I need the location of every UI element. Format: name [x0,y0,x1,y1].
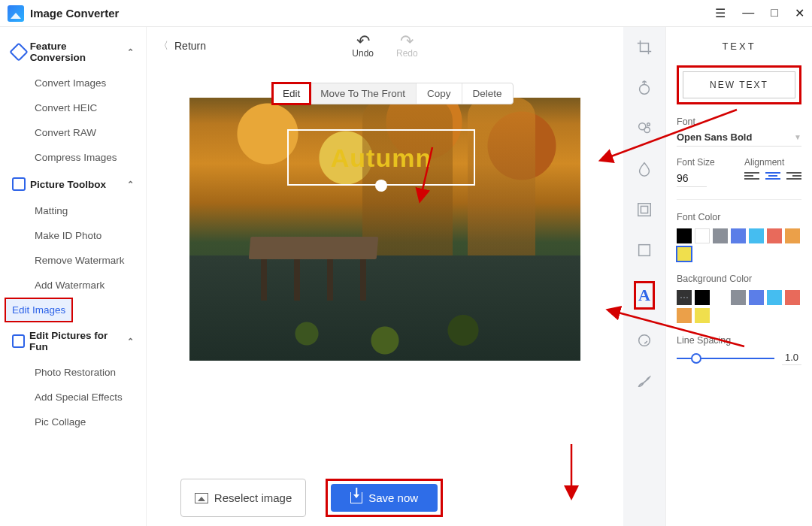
chevron-down-icon: ▼ [794,133,801,141]
app-title: Image Converter [30,7,119,20]
border-tool[interactable] [635,200,654,219]
overlay-text[interactable]: Autumn [331,143,432,172]
cube-icon [9,42,28,61]
font-select[interactable]: Open Sans Bold▼ [677,132,801,147]
new-text-button[interactable]: NEW TEXT [683,71,795,98]
font-color-swatch[interactable] [695,228,710,243]
font-color-swatches [677,228,801,261]
bg-color-swatches: ⋯ [677,290,801,323]
download-icon [350,492,362,503]
chevron-up-icon: ⌃ [127,337,134,346]
sidebar-group-picture-toolbox[interactable]: Picture Toolbox⌃ [0,170,146,198]
font-size-value[interactable]: 96 [677,172,707,187]
sidebar-item-add-special-effects[interactable]: Add Special Effects [0,385,146,410]
sidebar-item-make-id-photo[interactable]: Make ID Photo [0,223,146,248]
undo-button[interactable]: ↶Undo [352,35,374,59]
redo-icon: ↷ [400,35,414,48]
bg-color-swatch[interactable] [695,290,710,305]
bg-color-swatch[interactable] [767,290,782,305]
panel-title: TEXT [677,41,801,52]
maximize-button[interactable]: □ [771,6,778,20]
sidebar-item-compress-images[interactable]: Compress Images [0,145,146,170]
ctx-move-to-front[interactable]: Move To The Front [310,83,417,104]
text-panel: TEXT NEW TEXT Font Open Sans Bold▼ Font … [665,27,812,526]
bg-color-swatch[interactable] [785,290,800,305]
font-color-swatch[interactable] [749,228,764,243]
ctx-edit[interactable]: Edit [271,82,311,105]
effects-tool[interactable] [635,119,654,138]
titlebar: Image Converter ☰ — □ ✕ [0,0,812,27]
line-spacing-label: Line Spacing [677,335,801,346]
toolbox-icon [12,177,26,191]
adjust-tool[interactable] [635,78,654,98]
bg-color-swatch[interactable] [731,290,746,305]
ctx-copy[interactable]: Copy [417,83,462,104]
sidebar-item-matting[interactable]: Matting [0,198,146,223]
font-color-label: Font Color [677,212,801,222]
minimize-button[interactable]: — [742,6,754,20]
bg-color-label: Background Color [677,274,801,284]
close-button[interactable]: ✕ [795,6,804,20]
bg-color-swatch[interactable] [695,308,710,323]
bg-color-swatch[interactable] [749,290,764,305]
rotate-handle[interactable] [375,180,387,192]
font-size-label: Font Size [677,157,731,168]
sidebar-item-convert-raw[interactable]: Convert RAW [0,120,146,145]
sidebar-item-convert-heic[interactable]: Convert HEIC [0,95,146,120]
text-tool[interactable]: A [634,281,655,310]
text-a-icon: A [638,286,650,304]
bg-color-swatch[interactable] [677,308,692,323]
image-icon [195,493,208,503]
font-color-swatch[interactable] [731,228,746,243]
font-color-swatch[interactable] [677,228,692,243]
chevron-left-icon: 〈 [159,39,168,53]
text-selection-box[interactable]: Autumn [287,129,475,186]
save-now-button[interactable]: Save now [331,484,438,512]
context-menu: Edit Move To The Front Copy Delete [272,83,514,104]
align-right[interactable] [786,172,801,184]
sticker-tool[interactable] [635,331,654,350]
sidebar-item-pic-collage[interactable]: Pic Collage [0,410,146,434]
bg-color-swatch[interactable]: ⋯ [677,290,692,305]
font-label: Font [677,116,801,127]
sidebar-item-edit-images[interactable]: Edit Images [0,298,146,322]
return-button[interactable]: 〈Return [159,39,206,53]
alignment-label: Alignment [744,157,801,168]
sidebar-group-feature-conversion[interactable]: Feature Conversion⌃ [0,33,146,71]
sidebar-item-remove-watermark[interactable]: Remove Watermark [0,248,146,273]
ctx-delete[interactable]: Delete [462,83,513,104]
fun-icon [12,334,25,348]
sidebar-item-convert-images[interactable]: Convert Images [0,71,146,95]
brush-tool[interactable] [635,371,654,391]
undo-icon: ↶ [356,35,370,48]
font-color-swatch[interactable] [767,228,782,243]
blur-tool[interactable] [635,159,654,179]
reselect-image-button[interactable]: Reselect image [180,479,306,517]
line-spacing-value[interactable]: 1.0 [782,352,801,365]
sidebar-item-photo-restoration[interactable]: Photo Restoration [0,360,146,385]
slider-thumb[interactable] [691,353,701,364]
align-center[interactable] [765,172,780,184]
line-spacing-slider[interactable] [677,358,774,359]
redo-button: ↷Redo [396,35,418,59]
svg-rect-8 [638,204,651,216]
sidebar-group-edit-for-fun[interactable]: Edit Pictures for Fun⌃ [0,322,146,360]
crop-tool[interactable] [635,38,654,57]
window-controls: ☰ — □ ✕ [715,6,804,20]
svg-point-11 [639,335,650,346]
svg-rect-9 [641,206,647,213]
frame-tool[interactable] [635,240,654,260]
image-canvas[interactable]: Autumn [189,98,580,361]
font-color-swatch[interactable] [677,246,692,261]
svg-point-7 [647,123,650,126]
hamburger-icon[interactable]: ☰ [715,6,726,20]
font-color-swatch[interactable] [785,228,800,243]
svg-rect-10 [639,245,650,256]
sidebar: Feature Conversion⌃ Convert Images Conve… [0,27,147,526]
tool-strip: A [623,27,665,526]
align-left[interactable] [744,172,759,184]
font-color-swatch[interactable] [713,228,728,243]
svg-point-6 [644,127,650,132]
editor-area: 〈Return ↶Undo ↷Redo Edit Move To The Fro… [147,27,623,526]
sidebar-item-add-watermark[interactable]: Add Watermark [0,273,146,298]
